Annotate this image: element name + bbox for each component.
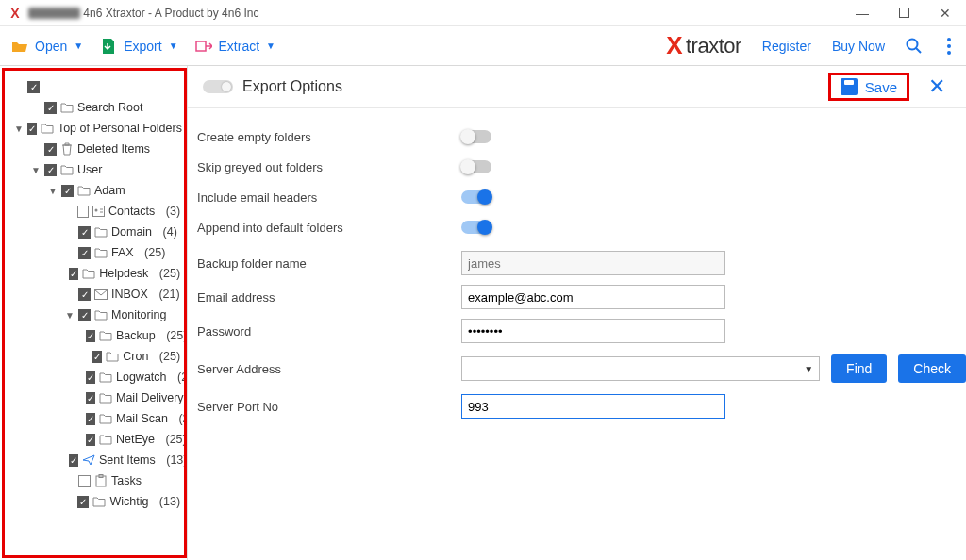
include-headers-label: Include email headers <box>188 190 461 205</box>
check-button[interactable]: Check <box>898 354 966 383</box>
tree-checkbox[interactable]: ✓ <box>27 81 40 93</box>
app-logo-icon: X <box>8 6 23 21</box>
tree-item[interactable]: ▼✓Adam <box>8 180 180 201</box>
tree-checkbox[interactable]: ✓ <box>78 247 91 259</box>
tree-item[interactable]: ✓Cron (25) <box>8 346 180 367</box>
tree-item[interactable]: ✓Sent Items (13) <box>8 450 180 470</box>
chevron-down-icon: ▼ <box>169 41 178 51</box>
tree-item-count: (25) <box>178 412 187 425</box>
tree-checkbox[interactable]: ✓ <box>86 392 95 404</box>
server-port-input[interactable] <box>462 395 724 418</box>
folder-open-icon <box>11 38 28 55</box>
search-icon[interactable] <box>906 38 923 55</box>
tree-item-count: (25) <box>165 433 186 446</box>
tree-checkbox[interactable] <box>78 475 91 487</box>
include-headers-toggle[interactable] <box>461 190 491 204</box>
tree-item[interactable]: ✓Wichtig (13) <box>8 491 180 512</box>
tree-checkbox[interactable]: ✓ <box>78 226 91 239</box>
email-input[interactable] <box>461 285 725 309</box>
tree-checkbox[interactable]: ✓ <box>78 309 91 321</box>
extract-menu[interactable]: Extract▼ <box>195 38 275 55</box>
svg-line-3 <box>916 48 921 53</box>
tree-item[interactable]: ✓Logwatch (25) <box>8 367 180 387</box>
tree-checkbox[interactable] <box>77 206 89 218</box>
tree-item-label: User <box>77 163 102 176</box>
tree-checkbox[interactable]: ✓ <box>86 413 95 425</box>
more-menu[interactable] <box>943 34 955 58</box>
tree-checkbox[interactable]: ✓ <box>77 496 89 508</box>
tree-item-count: (25) <box>166 329 187 342</box>
close-panel-button[interactable]: ✕ <box>923 74 951 99</box>
tree-item-label: Top of Personal Folders <box>58 122 182 135</box>
tree-item[interactable]: ✓Mail Scan (25) <box>8 408 180 429</box>
mail-icon <box>94 288 108 301</box>
password-label: Password <box>188 324 461 338</box>
tree-checkbox[interactable]: ✓ <box>44 102 57 114</box>
tree-checkbox[interactable]: ✓ <box>86 434 95 446</box>
tree-item-label: Tasks <box>111 474 142 487</box>
tree-item-label: Deleted Items <box>77 142 150 156</box>
save-icon <box>841 78 858 95</box>
brand-logo: Xtraxtor <box>666 31 741 60</box>
tree-checkbox[interactable]: ✓ <box>92 351 102 363</box>
open-menu[interactable]: Open▼ <box>11 38 83 55</box>
tree-item[interactable]: ✓NetEye (25) <box>8 429 180 450</box>
tree-item[interactable]: ✓ <box>8 76 180 97</box>
backup-name-input[interactable] <box>461 251 725 275</box>
save-button[interactable]: Save <box>828 73 909 101</box>
panel-toggle[interactable] <box>203 80 233 93</box>
expand-caret-icon[interactable]: ▼ <box>65 310 75 321</box>
tree-item[interactable]: ▼✓Top of Personal Folders <box>8 118 180 139</box>
tree-item[interactable]: ✓Mail Delivery (24) <box>8 387 180 408</box>
tree-item[interactable]: ✓Deleted Items <box>8 139 180 159</box>
buy-now-link[interactable]: Buy Now <box>832 39 885 54</box>
tree-item[interactable]: ▼✓Monitoring <box>8 305 180 325</box>
tree-item-count: (13) <box>166 453 187 467</box>
tree-checkbox[interactable]: ✓ <box>69 268 78 280</box>
register-link[interactable]: Register <box>762 39 811 54</box>
create-empty-toggle[interactable] <box>461 130 491 143</box>
tree-item[interactable]: Contacts (3) <box>8 201 180 222</box>
panel-title: Export Options <box>242 78 342 95</box>
trash-icon <box>60 142 74 156</box>
folder-icon <box>92 495 106 508</box>
tree-item-label: Monitoring <box>111 308 166 321</box>
tree-item[interactable]: ✓Helpdesk (25) <box>8 263 180 284</box>
tree-checkbox[interactable]: ✓ <box>44 143 57 156</box>
folder-icon <box>94 308 108 321</box>
minimize-button[interactable]: — <box>841 0 883 26</box>
folder-icon <box>99 329 112 342</box>
tree-item-count: (4) <box>163 225 177 239</box>
server-address-dropdown[interactable]: ▼ <box>461 356 820 381</box>
expand-caret-icon[interactable]: ▼ <box>31 165 41 175</box>
expand-caret-icon[interactable]: ▼ <box>14 124 24 134</box>
skip-greyed-toggle[interactable] <box>461 160 491 173</box>
tree-item[interactable]: Tasks <box>8 470 180 491</box>
tree-checkbox[interactable]: ✓ <box>86 330 95 342</box>
tree-checkbox[interactable]: ✓ <box>86 371 95 384</box>
chevron-down-icon: ▼ <box>74 41 83 51</box>
tree-checkbox[interactable]: ✓ <box>61 185 74 197</box>
find-button[interactable]: Find <box>831 354 887 383</box>
folder-tree[interactable]: ✓✓Search Root▼✓Top of Personal Folders✓D… <box>2 68 187 558</box>
tree-item[interactable]: ✓Backup (25) <box>8 325 180 346</box>
tree-item-label: Helpdesk <box>99 267 148 280</box>
tree-item[interactable]: ✓Domain (4) <box>8 222 180 242</box>
tree-item[interactable]: ✓Search Root <box>8 97 180 118</box>
folder-icon <box>41 122 54 135</box>
tree-item[interactable]: ▼✓User <box>8 159 180 180</box>
export-menu[interactable]: Export▼ <box>100 38 177 55</box>
append-default-toggle[interactable] <box>461 221 491 234</box>
tree-checkbox[interactable]: ✓ <box>27 123 37 135</box>
tree-item[interactable]: ✓FAX (25) <box>8 242 180 263</box>
tree-item-count: (25) <box>159 350 180 363</box>
tree-checkbox[interactable]: ✓ <box>44 164 57 176</box>
folder-icon <box>94 225 108 239</box>
maximize-button[interactable] <box>883 0 924 26</box>
close-window-button[interactable]: ✕ <box>924 0 966 26</box>
password-input[interactable] <box>461 319 725 343</box>
tree-checkbox[interactable]: ✓ <box>69 454 78 467</box>
tree-item[interactable]: ✓INBOX (21) <box>8 284 180 305</box>
expand-caret-icon[interactable]: ▼ <box>48 186 58 196</box>
tree-checkbox[interactable]: ✓ <box>78 288 91 301</box>
